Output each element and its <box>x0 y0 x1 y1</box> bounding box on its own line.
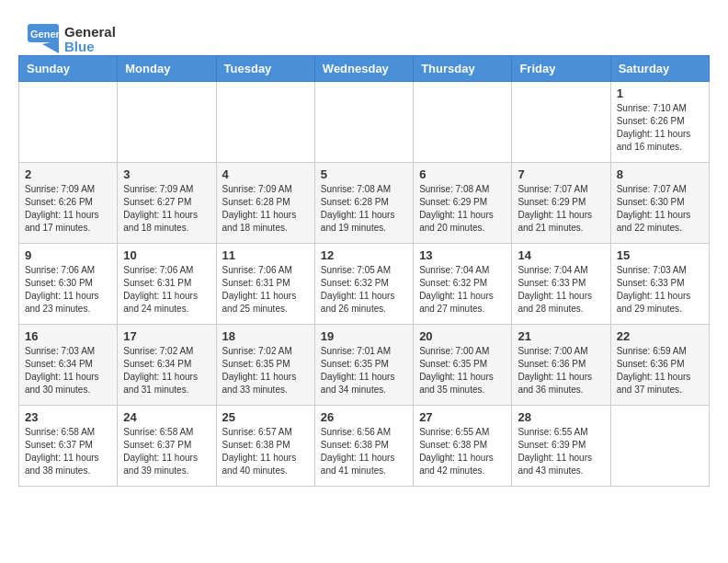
day-number: 15 <box>617 248 703 262</box>
day-info: Sunrise: 7:03 AM Sunset: 6:33 PM Dayligh… <box>617 264 703 316</box>
calendar-cell: 2Sunrise: 7:09 AM Sunset: 6:26 PM Daylig… <box>19 163 118 244</box>
calendar-cell: 17Sunrise: 7:02 AM Sunset: 6:34 PM Dayli… <box>118 325 216 406</box>
day-number: 21 <box>518 329 604 343</box>
calendar-cell: 3Sunrise: 7:09 AM Sunset: 6:27 PM Daylig… <box>118 163 216 244</box>
day-number: 7 <box>518 167 604 181</box>
day-number: 19 <box>321 329 407 343</box>
calendar-cell: 27Sunrise: 6:55 AM Sunset: 6:38 PM Dayli… <box>414 406 512 487</box>
calendar-cell: 25Sunrise: 6:57 AM Sunset: 6:38 PM Dayli… <box>216 406 314 487</box>
calendar-cell <box>314 82 413 163</box>
day-info: Sunrise: 7:04 AM Sunset: 6:32 PM Dayligh… <box>419 264 506 316</box>
day-number: 17 <box>123 329 210 343</box>
day-number: 2 <box>25 167 111 181</box>
calendar-col-friday: Friday <box>512 56 610 82</box>
calendar-cell: 19Sunrise: 7:01 AM Sunset: 6:35 PM Dayli… <box>314 325 413 406</box>
day-number: 24 <box>123 410 210 424</box>
logo-svg: General <box>26 22 61 57</box>
calendar-cell: 5Sunrise: 7:08 AM Sunset: 6:28 PM Daylig… <box>314 163 413 244</box>
calendar-cell: 10Sunrise: 7:06 AM Sunset: 6:31 PM Dayli… <box>118 244 216 325</box>
day-info: Sunrise: 7:01 AM Sunset: 6:35 PM Dayligh… <box>321 345 407 396</box>
calendar-cell: 22Sunrise: 6:59 AM Sunset: 6:36 PM Dayli… <box>610 325 709 406</box>
calendar-cell: 13Sunrise: 7:04 AM Sunset: 6:32 PM Dayli… <box>414 244 512 325</box>
day-number: 27 <box>419 410 506 424</box>
calendar-col-tuesday: Tuesday <box>216 56 314 82</box>
day-info: Sunrise: 6:58 AM Sunset: 6:37 PM Dayligh… <box>123 426 210 477</box>
day-number: 4 <box>222 167 309 181</box>
calendar-week-4: 23Sunrise: 6:58 AM Sunset: 6:37 PM Dayli… <box>19 406 710 487</box>
day-number: 6 <box>419 167 506 181</box>
svg-text:General: General <box>30 29 61 40</box>
day-info: Sunrise: 7:06 AM Sunset: 6:31 PM Dayligh… <box>222 264 309 316</box>
day-number: 9 <box>25 248 111 262</box>
calendar-cell: 24Sunrise: 6:58 AM Sunset: 6:37 PM Dayli… <box>118 406 216 487</box>
day-number: 16 <box>25 329 111 343</box>
calendar-cell: 7Sunrise: 7:07 AM Sunset: 6:29 PM Daylig… <box>512 163 610 244</box>
calendar-cell <box>216 82 314 163</box>
day-number: 20 <box>419 329 506 343</box>
day-number: 28 <box>518 410 604 424</box>
calendar-cell: 23Sunrise: 6:58 AM Sunset: 6:37 PM Dayli… <box>19 406 118 487</box>
day-info: Sunrise: 7:07 AM Sunset: 6:29 PM Dayligh… <box>518 183 604 235</box>
calendar-cell: 6Sunrise: 7:08 AM Sunset: 6:29 PM Daylig… <box>414 163 512 244</box>
calendar-cell <box>414 82 512 163</box>
calendar-week-2: 9Sunrise: 7:06 AM Sunset: 6:30 PM Daylig… <box>19 244 710 325</box>
day-number: 12 <box>321 248 407 262</box>
calendar-cell: 14Sunrise: 7:04 AM Sunset: 6:33 PM Dayli… <box>512 244 610 325</box>
calendar-col-thursday: Thursday <box>414 56 512 82</box>
day-info: Sunrise: 7:08 AM Sunset: 6:29 PM Dayligh… <box>419 183 506 235</box>
day-info: Sunrise: 7:09 AM Sunset: 6:26 PM Dayligh… <box>25 183 111 235</box>
calendar-cell: 18Sunrise: 7:02 AM Sunset: 6:35 PM Dayli… <box>216 325 314 406</box>
calendar-header-row: SundayMondayTuesdayWednesdayThursdayFrid… <box>19 56 710 82</box>
calendar-cell <box>610 406 709 487</box>
day-info: Sunrise: 6:58 AM Sunset: 6:37 PM Dayligh… <box>25 426 111 477</box>
day-info: Sunrise: 7:00 AM Sunset: 6:36 PM Dayligh… <box>518 345 604 396</box>
day-number: 10 <box>123 248 210 262</box>
svg-marker-4 <box>42 40 59 53</box>
calendar-cell <box>512 82 610 163</box>
calendar-cell <box>118 82 216 163</box>
calendar-cell: 9Sunrise: 7:06 AM Sunset: 6:30 PM Daylig… <box>19 244 118 325</box>
calendar-col-saturday: Saturday <box>610 56 709 82</box>
day-info: Sunrise: 7:05 AM Sunset: 6:32 PM Dayligh… <box>321 264 407 316</box>
calendar-cell: 4Sunrise: 7:09 AM Sunset: 6:28 PM Daylig… <box>216 163 314 244</box>
day-info: Sunrise: 7:02 AM Sunset: 6:34 PM Dayligh… <box>123 345 210 396</box>
calendar-cell: 8Sunrise: 7:07 AM Sunset: 6:30 PM Daylig… <box>610 163 709 244</box>
day-number: 8 <box>617 167 703 181</box>
calendar-table: SundayMondayTuesdayWednesdayThursdayFrid… <box>18 55 710 487</box>
day-number: 11 <box>222 248 309 262</box>
calendar-col-sunday: Sunday <box>19 56 118 82</box>
calendar-week-0: 1Sunrise: 7:10 AM Sunset: 6:26 PM Daylig… <box>19 82 710 163</box>
day-number: 14 <box>518 248 604 262</box>
calendar-cell: 16Sunrise: 7:03 AM Sunset: 6:34 PM Dayli… <box>19 325 118 406</box>
day-info: Sunrise: 7:03 AM Sunset: 6:34 PM Dayligh… <box>25 345 111 396</box>
day-info: Sunrise: 7:07 AM Sunset: 6:30 PM Dayligh… <box>617 183 703 235</box>
calendar-cell: 11Sunrise: 7:06 AM Sunset: 6:31 PM Dayli… <box>216 244 314 325</box>
header: General <box>18 18 710 46</box>
day-number: 25 <box>222 410 309 424</box>
logo-blue: Blue <box>64 39 95 54</box>
day-info: Sunrise: 7:06 AM Sunset: 6:31 PM Dayligh… <box>123 264 210 316</box>
calendar-week-3: 16Sunrise: 7:03 AM Sunset: 6:34 PM Dayli… <box>19 325 710 406</box>
day-info: Sunrise: 6:59 AM Sunset: 6:36 PM Dayligh… <box>617 345 703 396</box>
day-number: 13 <box>419 248 506 262</box>
day-info: Sunrise: 7:02 AM Sunset: 6:35 PM Dayligh… <box>222 345 309 396</box>
calendar-week-1: 2Sunrise: 7:09 AM Sunset: 6:26 PM Daylig… <box>19 163 710 244</box>
day-info: Sunrise: 7:09 AM Sunset: 6:27 PM Dayligh… <box>123 183 210 235</box>
day-info: Sunrise: 7:08 AM Sunset: 6:28 PM Dayligh… <box>321 183 407 235</box>
calendar-cell: 21Sunrise: 7:00 AM Sunset: 6:36 PM Dayli… <box>512 325 610 406</box>
day-info: Sunrise: 7:06 AM Sunset: 6:30 PM Dayligh… <box>25 264 111 316</box>
day-info: Sunrise: 7:04 AM Sunset: 6:33 PM Dayligh… <box>518 264 604 316</box>
day-info: Sunrise: 7:09 AM Sunset: 6:28 PM Dayligh… <box>222 183 309 235</box>
day-number: 22 <box>617 329 703 343</box>
day-info: Sunrise: 6:57 AM Sunset: 6:38 PM Dayligh… <box>222 426 309 477</box>
day-info: Sunrise: 7:00 AM Sunset: 6:35 PM Dayligh… <box>419 345 506 396</box>
calendar-cell: 15Sunrise: 7:03 AM Sunset: 6:33 PM Dayli… <box>610 244 709 325</box>
day-number: 23 <box>25 410 111 424</box>
day-info: Sunrise: 7:10 AM Sunset: 6:26 PM Dayligh… <box>617 102 703 154</box>
day-number: 5 <box>321 167 407 181</box>
logo-text: General General Blue <box>26 22 116 57</box>
calendar-cell <box>19 82 118 163</box>
calendar-cell: 12Sunrise: 7:05 AM Sunset: 6:32 PM Dayli… <box>314 244 413 325</box>
day-info: Sunrise: 6:56 AM Sunset: 6:38 PM Dayligh… <box>321 426 407 477</box>
calendar-cell: 26Sunrise: 6:56 AM Sunset: 6:38 PM Dayli… <box>314 406 413 487</box>
